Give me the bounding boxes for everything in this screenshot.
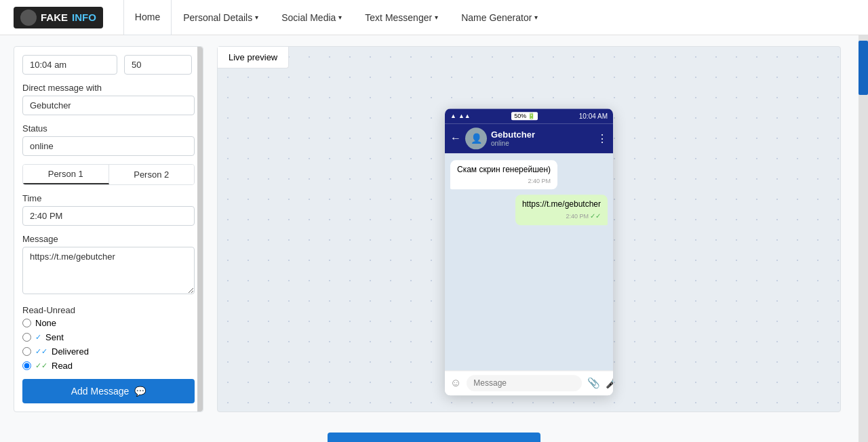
contact-status: online <box>491 140 593 147</box>
battery-display: 50% 🔋 <box>511 112 538 120</box>
radio-read[interactable]: ✓✓ Read <box>22 361 195 371</box>
person-tabs: Person 1 Person 2 <box>22 164 195 185</box>
avatar-icon: 👤 <box>471 133 482 144</box>
panel-scrollbar[interactable] <box>197 47 203 411</box>
radio-delivered[interactable]: ✓✓ Delivered <box>22 346 195 357</box>
tab-person2[interactable]: Person 2 <box>109 165 195 184</box>
message-input-field[interactable] <box>467 375 582 391</box>
battery-icon: 🔋 <box>528 113 535 119</box>
chevron-down-icon: ▾ <box>435 14 438 21</box>
mic-icon[interactable]: 🎤 <box>606 377 613 389</box>
contact-avatar: 👤 <box>465 127 487 149</box>
sent-check-icon: ✓ <box>35 333 41 342</box>
read-unread-label: Read-Unread <box>22 305 195 315</box>
read-check-icon: ✓✓ <box>590 212 601 222</box>
emoji-icon[interactable]: ☺ <box>450 377 461 389</box>
navbar: FAKE INFO Home Personal Details ▾ Social… <box>0 0 868 35</box>
radio-none[interactable]: None <box>22 318 195 328</box>
main-content: Direct message with Status Person 1 Pers… <box>0 35 854 423</box>
back-icon[interactable]: ← <box>450 132 461 144</box>
message-label: Message <box>22 234 195 244</box>
contact-info: Gebutcher online <box>491 129 593 147</box>
direct-message-label: Direct message with <box>22 83 195 93</box>
preview-panel: Live preview ▲ ▲▲ 50% 🔋 10:04 AM ← 👤 <box>217 46 841 412</box>
signal-icon: ▲▲ <box>458 113 471 119</box>
incoming-message-time: 2:40 PM <box>457 177 551 186</box>
page-scrollbar[interactable] <box>859 0 868 442</box>
attach-icon[interactable]: 📎 <box>587 377 600 389</box>
time-input[interactable] <box>22 55 117 75</box>
scrollbar-thumb[interactable] <box>859 41 868 95</box>
time-group: Time <box>22 193 195 226</box>
phone-mockup: ▲ ▲▲ 50% 🔋 10:04 AM ← 👤 Gebutcher online <box>445 108 613 395</box>
delivered-check-icon: ✓✓ <box>35 347 47 356</box>
menu-icon[interactable]: ⋮ <box>597 132 608 145</box>
nav-item-name-generator[interactable]: Name Generator ▾ <box>450 0 549 35</box>
outgoing-message-time: 2:40 PM ✓✓ <box>522 212 601 222</box>
time-battery-row <box>22 55 195 75</box>
nav-item-home[interactable]: Home <box>123 0 172 35</box>
brand-logo[interactable]: FAKE INFO <box>14 7 103 28</box>
radio-sent-label: Sent <box>45 332 64 342</box>
nav-links: Home Personal Details ▾ Social Media ▾ T… <box>123 0 550 35</box>
brand-fake-text: FAKE <box>41 12 68 23</box>
download-button[interactable]: Download Telegram Message As Image ⬇ <box>328 433 540 442</box>
nav-item-social-media[interactable]: Social Media ▾ <box>270 0 353 35</box>
message-textarea[interactable]: https://t.me/gebutcher <box>22 247 195 294</box>
time-label: Time <box>22 193 195 203</box>
battery-input[interactable] <box>124 55 192 75</box>
direct-message-group: Direct message with <box>22 83 195 115</box>
radio-none-label: None <box>35 318 56 328</box>
status-bar-time: 10:04 AM <box>579 113 608 120</box>
add-message-button[interactable]: Add Message 💬 <box>22 379 195 403</box>
read-check-icon: ✓✓ <box>35 361 47 370</box>
status-label: Status <box>22 123 195 134</box>
signal-icons: ▲ ▲▲ <box>450 113 471 119</box>
direct-message-input[interactable] <box>22 96 195 115</box>
brand-info-text: INFO <box>72 12 96 23</box>
download-section: Download Telegram Message As Image ⬇ <box>0 423 868 442</box>
chevron-down-icon: ▾ <box>338 14 342 21</box>
outgoing-message-text: https://t.me/gebutcher <box>522 200 601 209</box>
live-preview-tab: Live preview <box>218 47 289 68</box>
chevron-down-icon: ▾ <box>255 14 258 21</box>
radio-sent[interactable]: ✓ Sent <box>22 332 195 342</box>
read-unread-group: Read-Unread None ✓ Sent ✓✓ Delivered <box>22 305 195 371</box>
phone-status-bar: ▲ ▲▲ 50% 🔋 10:04 AM <box>445 108 613 123</box>
telegram-input-bar: ☺ 📎 🎤 <box>445 370 613 395</box>
incoming-message-text: Скам скрин генерейшен) <box>457 165 551 174</box>
radio-group: None ✓ Sent ✓✓ Delivered ✓✓ Read <box>22 318 195 371</box>
brand-avatar-icon <box>20 9 37 26</box>
tab-person1[interactable]: Person 1 <box>23 165 109 184</box>
radio-read-label: Read <box>52 361 73 371</box>
chevron-down-icon: ▾ <box>534 14 538 21</box>
radio-delivered-label: Delivered <box>52 346 89 357</box>
chat-icon: 💬 <box>134 386 146 397</box>
message-group: Message https://t.me/gebutcher <box>22 234 195 297</box>
nav-item-text-messenger[interactable]: Text Messenger ▾ <box>353 0 450 35</box>
time-field[interactable] <box>22 206 195 226</box>
message-bubble-incoming: Скам скрин генерейшен) 2:40 PM <box>450 160 557 189</box>
contact-name: Gebutcher <box>491 129 593 140</box>
wifi-icon: ▲ <box>450 113 456 119</box>
telegram-header: ← 👤 Gebutcher online ⋮ <box>445 123 613 153</box>
chat-area: Скам скрин генерейшен) 2:40 PM https://t… <box>445 153 613 370</box>
message-bubble-outgoing: https://t.me/gebutcher 2:40 PM ✓✓ <box>515 195 608 226</box>
nav-item-personal-details[interactable]: Personal Details ▾ <box>172 0 270 35</box>
status-group: Status <box>22 123 195 156</box>
left-panel: Direct message with Status Person 1 Pers… <box>14 46 203 412</box>
status-input[interactable] <box>22 136 195 156</box>
